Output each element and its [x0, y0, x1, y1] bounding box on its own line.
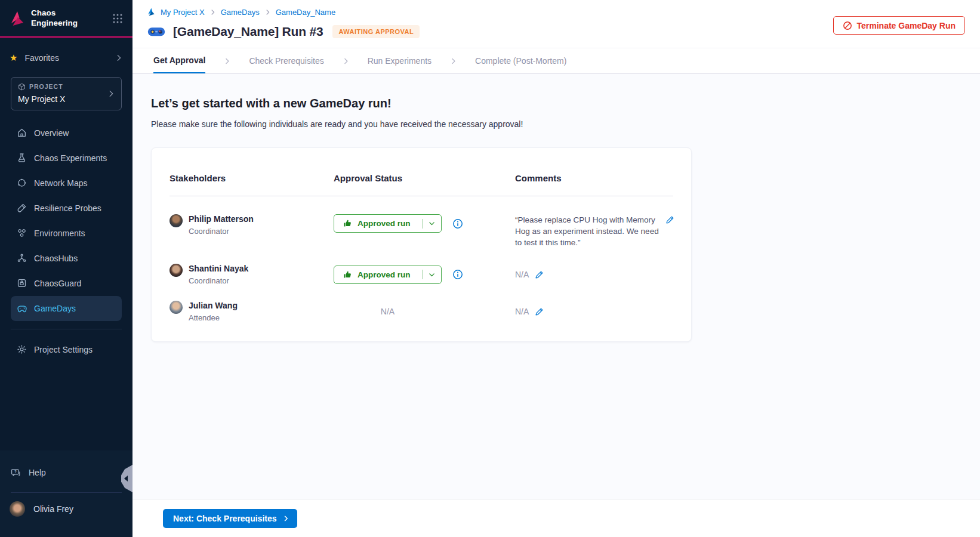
table-header: Stakeholders Approval Status Comments	[170, 160, 673, 183]
sidebar-item-environments[interactable]: Environments	[11, 221, 122, 246]
approval-status-dropdown[interactable]: Approved run	[334, 266, 442, 284]
user-avatar	[10, 501, 25, 517]
approval-status-label: Approved run	[358, 219, 417, 228]
sidebar-item-chaosguard[interactable]: ChaosGuard	[11, 271, 122, 296]
project-name: My Project X	[18, 94, 101, 104]
chevron-down-icon	[428, 271, 436, 279]
project-selector[interactable]: PROJECT My Project X	[11, 77, 122, 110]
chevron-right-icon	[223, 48, 231, 73]
sidebar-item-resilience-probes[interactable]: Resilience Probes	[11, 196, 122, 221]
sidebar-item-project-settings[interactable]: Project Settings	[11, 337, 122, 362]
breadcrumb-chaos-icon	[147, 7, 156, 17]
home-icon	[17, 128, 27, 138]
nav-label: Resilience Probes	[34, 203, 101, 213]
star-icon: ★	[10, 53, 17, 62]
step-complete-post-mortem[interactable]: Complete (Post-Mortem)	[475, 48, 566, 73]
sidebar-favorites[interactable]: ★ Favorites	[10, 53, 123, 63]
edit-comment-icon[interactable]	[535, 270, 544, 279]
thumbs-up-icon	[343, 270, 352, 279]
edit-comment-icon[interactable]	[535, 307, 544, 316]
sidebar-item-chaos-experiments[interactable]: Chaos Experiments	[11, 146, 122, 171]
sidebar-item-chaoshubs[interactable]: ChaosHubs	[11, 246, 122, 271]
help-label: Help	[29, 468, 46, 477]
content-subheading: Please make sure the following individua…	[151, 119, 980, 129]
avatar	[170, 214, 183, 227]
avatar	[170, 264, 183, 277]
sidebar-item-network-maps[interactable]: Network Maps	[11, 171, 122, 196]
cube-icon	[18, 83, 26, 91]
approval-status-cell: Approved run	[334, 214, 515, 233]
chevron-right-icon	[449, 48, 457, 73]
sidebar-item-gamedays[interactable]: GameDays	[11, 296, 122, 321]
user-menu[interactable]: Olivia Frey	[0, 493, 132, 537]
next-button-label: Next: Check Prerequisites	[173, 514, 277, 523]
chevron-right-icon	[115, 54, 123, 62]
approval-status-cell: N/A	[334, 307, 515, 316]
info-icon[interactable]	[452, 269, 463, 280]
button-divider	[422, 270, 423, 279]
nav-label: Overview	[34, 128, 69, 138]
table-row: Shantini Nayak Coordinator Approved run	[170, 264, 673, 285]
nav-label: Chaos Experiments	[34, 153, 107, 163]
table-row: Philip Matterson Coordinator Approved ru…	[170, 212, 673, 248]
breadcrumb: My Project X GameDays GameDay_Name	[147, 7, 966, 17]
chevron-right-icon	[107, 90, 115, 98]
network-map-icon	[17, 178, 27, 188]
sidebar-nav: Overview Chaos Experiments Network Maps …	[11, 121, 122, 362]
stakeholder-role: Attendee	[189, 313, 238, 322]
stakeholder-role: Coordinator	[189, 227, 254, 236]
project-label: PROJECT	[29, 83, 63, 90]
chevron-right-icon	[342, 48, 350, 73]
chevron-right-icon	[282, 515, 289, 522]
edit-comment-icon[interactable]	[665, 215, 674, 248]
chevron-down-icon	[428, 220, 436, 227]
step-run-experiments[interactable]: Run Experiments	[368, 48, 432, 73]
table-header-divider	[170, 196, 673, 196]
svg-text:?: ?	[14, 470, 17, 474]
brand-title: Chaos Engineering	[31, 8, 78, 29]
terminate-label: Terminate GameDay Run	[857, 21, 956, 30]
breadcrumb-link-gameday-name[interactable]: GameDay_Name	[276, 8, 335, 17]
nav-label: ChaosGuard	[34, 279, 81, 288]
stakeholder-cell: Julian Wang Attendee	[170, 301, 334, 322]
gamepad-emoji-icon	[147, 26, 165, 38]
button-divider	[422, 219, 423, 229]
gear-icon	[17, 344, 27, 354]
sidebar-item-overview[interactable]: Overview	[11, 121, 122, 146]
next-check-prerequisites-button[interactable]: Next: Check Prerequisites	[163, 509, 297, 528]
nav-label: Network Maps	[34, 178, 87, 188]
apps-grid-icon[interactable]	[112, 13, 123, 24]
hub-nodes-icon	[17, 253, 27, 263]
flask-icon	[17, 153, 27, 163]
lock-shield-icon	[17, 278, 27, 288]
sidebar-spacer	[0, 362, 132, 450]
hexagons-icon	[17, 228, 27, 238]
breadcrumb-link-gamedays[interactable]: GameDays	[221, 8, 260, 17]
stakeholder-cell: Shantini Nayak Coordinator	[170, 264, 334, 285]
column-comments: Comments	[515, 173, 673, 183]
nav-label: Environments	[34, 229, 85, 238]
column-approval-status: Approval Status	[334, 173, 515, 183]
step-check-prerequisites[interactable]: Check Prerequisites	[249, 48, 323, 73]
stakeholder-name: Shantini Nayak	[189, 264, 248, 273]
chevron-left-icon	[124, 476, 128, 482]
comment-cell: N/A	[515, 269, 673, 280]
comment-text: N/A	[515, 306, 529, 317]
content-heading: Let’s get started with a new GameDay run…	[151, 97, 980, 110]
gamepad-icon	[17, 303, 27, 313]
sidebar-item-help[interactable]: ? Help	[0, 465, 132, 480]
thumbs-up-icon	[343, 219, 352, 228]
approval-status-label: Approved run	[358, 270, 417, 279]
comment-cell: N/A	[515, 306, 673, 317]
sidebar-accent-line	[0, 36, 132, 38]
nav-label: ChaosHubs	[34, 254, 78, 263]
gameday-steps: Get Approval Check Prerequisites Run Exp…	[132, 48, 980, 74]
step-get-approval[interactable]: Get Approval	[153, 48, 205, 73]
brand-row: Chaos Engineering	[0, 0, 132, 29]
info-icon[interactable]	[452, 218, 463, 229]
terminate-gameday-run-button[interactable]: Terminate GameDay Run	[833, 16, 965, 35]
approval-status-dropdown[interactable]: Approved run	[334, 214, 442, 233]
action-footer: Next: Check Prerequisites	[132, 499, 980, 537]
chevron-right-icon	[209, 9, 216, 16]
breadcrumb-link-project[interactable]: My Project X	[161, 8, 205, 17]
